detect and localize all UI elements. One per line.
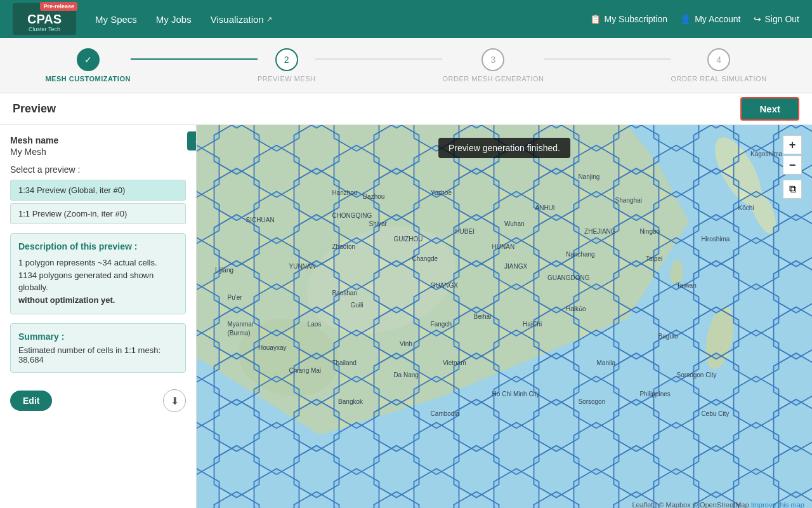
description-box: Description of this preview : 1 polygon … [10,233,186,314]
nav-subscription[interactable]: 📋 My Subscription [590,14,668,24]
step-line-2 [315,58,442,60]
summary-text: Estimated number of cells in 1:1 mesh: 3… [18,345,178,364]
content-area: ‹ Mesh name My Mesh Select a preview : 1… [0,125,812,508]
select-preview-label: Select a preview : [10,164,186,175]
map-zoom-controls: + − [783,135,802,175]
mesh-name-label: Mesh name [10,135,186,145]
summary-box: Summary : Estimated number of cells in 1… [10,323,186,373]
description-title: Description of this preview : [18,241,178,251]
step-2: 2 PREVIEW MESH [258,48,316,83]
main-area: Preview Next ‹ Mesh name My Mesh Select … [0,93,812,508]
nav-my-specs[interactable]: My Specs [95,14,137,25]
navbar: CPAS Cluster Tech Pre-release My Specs M… [0,0,812,38]
nav-visualization[interactable]: Visualization ↗ [211,14,272,25]
subscription-icon: 📋 [590,14,601,24]
step-1-label: MESH CUSTOMIZATION [45,75,130,83]
logo: CPAS Cluster Tech Pre-release [13,3,76,35]
external-link-icon: ↗ [266,15,272,23]
stepper: ✓ MESH CUSTOMIZATION 2 PREVIEW MESH 3 OR… [0,38,812,93]
zoom-out-button[interactable]: − [783,156,802,175]
map-tooltip: Preview generation finished. [438,138,570,158]
zoom-in-button[interactable]: + [783,135,802,154]
sidebar-bottom: Edit ⬇ [10,383,186,412]
mesh-name-value: My Mesh [10,147,186,157]
step-4-label: ORDER REAL SIMULATION [671,75,767,83]
layers-icon: ⧉ [789,184,796,195]
nav-account[interactable]: 👤 My Account [680,14,740,24]
preview-option-global[interactable]: 1:34 Preview (Global, iter #0) [10,180,186,201]
improve-map-link[interactable]: Improve this map [751,501,804,508]
sidebar: ‹ Mesh name My Mesh Select a preview : 1… [0,125,197,508]
step-2-label: PREVIEW MESH [258,75,316,83]
logo-text: CPAS [27,12,62,27]
nav-right: 📋 My Subscription 👤 My Account ↪ Sign Ou… [590,14,799,24]
map-area[interactable]: Preview generation finished. + − ⧉ Leafl… [197,125,812,508]
download-icon: ⬇ [171,395,179,407]
next-button[interactable]: Next [740,97,799,121]
step-1: ✓ MESH CUSTOMIZATION [45,48,130,83]
nav-links: My Specs My Jobs Visualization ↗ [95,14,590,25]
collapse-button[interactable]: ‹ [187,131,197,150]
nav-signout[interactable]: ↪ Sign Out [754,14,799,24]
brand: CPAS Cluster Tech Pre-release [13,3,76,35]
edit-button[interactable]: Edit [10,391,52,411]
map-layers-button[interactable]: ⧉ [783,180,802,199]
step-line-1 [131,58,258,60]
preview-header: Preview Next [0,93,812,125]
map-footer: Leaflet | © Mapbox © OpenStreetMap Impro… [632,501,804,508]
nav-my-jobs[interactable]: My Jobs [156,14,192,25]
step-3-label: ORDER MESH GENERATION [442,75,544,83]
step-1-circle: ✓ [77,48,100,71]
hex-canvas [197,125,812,508]
step-4-circle: 4 [707,48,730,71]
step-3: 3 ORDER MESH GENERATION [442,48,544,83]
step-4: 4 ORDER REAL SIMULATION [671,48,767,83]
summary-title: Summary : [18,331,178,342]
description-text: 1 polygon represents ~34 actual cells. 1… [18,257,178,306]
download-button[interactable]: ⬇ [163,389,186,412]
step-3-circle: 3 [481,48,504,71]
logo-subtitle: Cluster Tech [29,26,60,32]
account-icon: 👤 [680,14,691,24]
pre-release-badge: Pre-release [40,2,77,11]
step-2-circle: 2 [275,48,298,71]
page-title: Preview [13,102,56,116]
signout-icon: ↪ [754,14,761,24]
preview-option-zoomin[interactable]: 1:1 Preview (Zoom-in, iter #0) [10,203,186,224]
step-line-3 [544,58,671,60]
